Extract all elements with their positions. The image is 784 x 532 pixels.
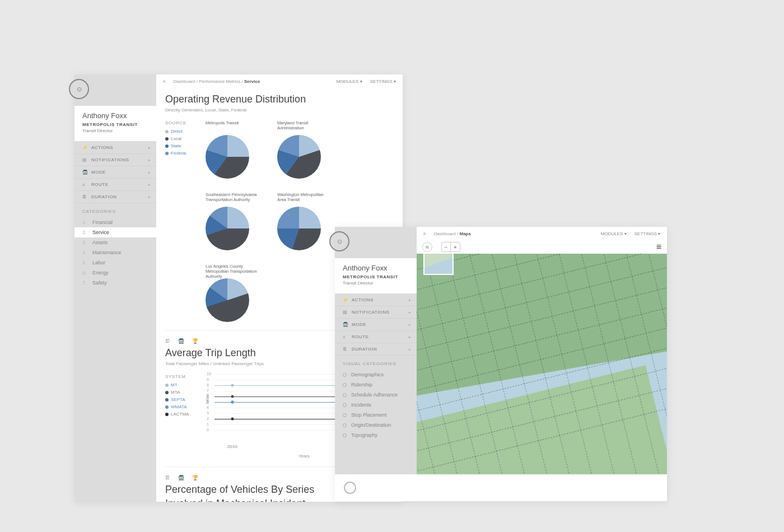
user-block: Anthony Foxx METROPOLIS TRANSIT Transit …	[335, 258, 417, 294]
chevron-right-icon: ▸	[409, 347, 412, 352]
chevron-right-icon: ▸	[148, 146, 151, 150]
topbar-b: ≡ Dashboard / Maps MODULES ▾ SETTINGS ▾	[417, 227, 667, 240]
visual-ridership[interactable]: Ridership	[335, 380, 417, 390]
legend-state[interactable]: State	[165, 143, 201, 148]
footer-logo-icon	[344, 482, 356, 494]
tool-bus-icon[interactable]: 🚍	[178, 338, 184, 344]
category-energy[interactable]: 6.Energy	[74, 268, 156, 278]
visual-topography[interactable]: Topography	[335, 430, 417, 440]
zoom-in-button[interactable]: +	[451, 242, 460, 251]
nav-item-mode[interactable]: 🚍MODE▸	[74, 166, 156, 179]
notifications-icon: ▤	[343, 310, 348, 315]
visual-category-list: DemographicsRidershipSchedule AdheranceI…	[335, 370, 417, 440]
modules-menu[interactable]: MODULES ▾	[601, 231, 627, 236]
legend2-header: SYSTEM	[165, 374, 201, 379]
nav-item-duration[interactable]: 🗓DURATION▸	[335, 343, 417, 356]
nav-item-mode[interactable]: 🚍MODE▸	[335, 319, 417, 331]
nav-item-actions[interactable]: ⚡ACTIONS▸	[335, 294, 417, 306]
category-labor[interactable]: 5.Labor	[74, 258, 156, 268]
chevron-right-icon: ▸	[148, 183, 151, 187]
visual-schedule-adherance[interactable]: Schedule Adherance	[335, 390, 417, 400]
crumb-dashboard[interactable]: Dashboard	[434, 231, 456, 236]
compass-button[interactable]: N	[422, 242, 432, 252]
modules-menu[interactable]: MODULES ▾	[337, 79, 362, 84]
radio-icon	[343, 403, 347, 407]
nav-item-notifications[interactable]: ▤NOTIFICATIONS▸	[74, 154, 156, 166]
menu-icon[interactable]: ≡	[163, 79, 166, 84]
tool-trophy-icon[interactable]: 🏆	[192, 338, 198, 344]
legend-septa[interactable]: SEPTA	[165, 397, 201, 402]
nav-item-route[interactable]: ⍋ROUTE▸	[335, 331, 417, 343]
nav-item-route[interactable]: ⍋ROUTE▸	[74, 179, 156, 191]
menu-icon[interactable]: ≡	[423, 231, 426, 236]
radio-icon	[343, 413, 347, 417]
crumb-metrics[interactable]: Performance Metrics	[199, 79, 240, 84]
actions-icon: ⚡	[82, 145, 88, 150]
zoom-out-button[interactable]: −	[442, 242, 451, 251]
radio-icon	[343, 433, 347, 437]
visual-incidents[interactable]: Incidents	[335, 400, 417, 410]
category-financial[interactable]: 1.Financial	[74, 217, 156, 227]
settings-menu[interactable]: SETTINGS ▾	[634, 231, 660, 236]
category-safety[interactable]: 7.Safety	[74, 278, 156, 288]
user-name: Anthony Foxx	[343, 264, 409, 272]
chevron-right-icon: ▸	[409, 310, 412, 315]
user-org: METROPOLIS TRANSIT	[82, 122, 148, 127]
pie-0: Metropolis Transit	[206, 120, 262, 179]
category-maintenance[interactable]: 4.Maintenance	[74, 248, 156, 258]
category-list: 1.Financial2.Service3.Assets4.Maintenanc…	[74, 217, 156, 288]
layers-icon[interactable]: ≡	[656, 242, 661, 252]
map-controls: N − + ≡	[417, 240, 667, 254]
tool-trophy-icon[interactable]: 🏆	[192, 475, 198, 480]
legend-mt[interactable]: MT	[165, 382, 201, 388]
duration-icon: 🗓	[82, 194, 88, 199]
legend-local[interactable]: Local	[165, 136, 201, 141]
pie-title: Southeastern Pennsylvania Transportation…	[206, 192, 262, 203]
tool-calendar-icon[interactable]: 🗓	[165, 338, 170, 344]
category-assets[interactable]: 3.Assets	[74, 237, 156, 248]
pie-title: Metropolis Transit	[206, 120, 262, 132]
chevron-right-icon: ▸	[409, 335, 412, 339]
legend-mta[interactable]: MTA	[165, 390, 201, 395]
tool-bus-icon[interactable]: 🚍	[178, 475, 184, 480]
topbar: ≡ Dashboard / Performance Metrics / Serv…	[156, 74, 403, 88]
duration-icon: 🗓	[343, 347, 348, 352]
map-canvas[interactable]	[417, 240, 667, 474]
legend-lactma[interactable]: LACTMA	[165, 412, 201, 417]
pie-2: Southeastern Pennsylvania Transportation…	[206, 192, 262, 250]
section1-subtitle: Directly Generated, Local, State, Federa…	[165, 108, 394, 113]
chevron-right-icon: ▸	[148, 170, 151, 175]
nav-item-duration[interactable]: 🗓DURATION▸	[74, 191, 156, 203]
visual-stop-placement[interactable]: Stop Placement	[335, 410, 417, 420]
pie-chart	[206, 135, 249, 179]
zoom-control: − +	[441, 242, 460, 252]
chevron-right-icon: ▸	[409, 298, 412, 302]
visual-header: VISUAL CATEGORIES	[335, 356, 417, 370]
nav-item-actions[interactable]: ⚡ACTIONS▸	[74, 142, 156, 154]
sidebar: ⊙ Anthony Foxx METROPOLIS TRANSIT Transi…	[74, 74, 156, 502]
legend-wmata[interactable]: WMATA	[165, 404, 201, 409]
crumb-dashboard[interactable]: Dashboard	[174, 79, 195, 84]
nav-list: ⚡ACTIONS▸▤NOTIFICATIONS▸🚍MODE▸⍋ROUTE▸🗓DU…	[335, 294, 417, 356]
nav-item-notifications[interactable]: ▤NOTIFICATIONS▸	[335, 306, 417, 319]
categories-header: CATEGORIES	[74, 203, 156, 217]
pie-chart	[277, 135, 321, 179]
pie-4: Los Angeles County Metropolitan Transpor…	[206, 264, 262, 322]
settings-menu[interactable]: SETTINGS ▾	[370, 79, 396, 84]
route-icon: ⍋	[82, 182, 88, 187]
visual-origin-destination[interactable]: Origin/Destination	[335, 420, 417, 430]
pie-chart	[206, 278, 249, 322]
breadcrumb[interactable]: Dashboard / Performance Metrics / Servic…	[174, 79, 260, 84]
legend-federal[interactable]: Federal	[165, 151, 201, 156]
visual-demographics[interactable]: Demographics	[335, 370, 417, 380]
legend-direct[interactable]: Direct	[165, 129, 201, 134]
actions-icon: ⚡	[343, 297, 348, 302]
legend-header: SOURCE	[165, 120, 201, 125]
crumb-maps: Maps	[459, 231, 470, 236]
sidebar-b: ⊙ Anthony Foxx METROPOLIS TRANSIT Transi…	[335, 227, 417, 501]
chevron-right-icon: ▸	[148, 158, 151, 162]
category-service[interactable]: 2.Service	[74, 227, 156, 237]
user-block: Anthony Foxx METROPOLIS TRANSIT Transit …	[74, 106, 156, 142]
breadcrumb[interactable]: Dashboard / Maps	[434, 231, 471, 236]
tool-calendar-icon[interactable]: 🗓	[165, 475, 170, 480]
